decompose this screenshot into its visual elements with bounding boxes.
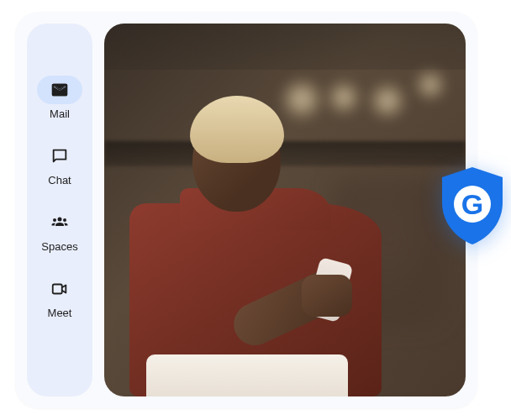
nav-label: Meet <box>48 307 72 319</box>
sidebar-item-chat[interactable]: Chat <box>37 142 82 186</box>
nav-label: Spaces <box>41 240 77 253</box>
nav-label: Mail <box>50 108 70 120</box>
app-card: Mail Chat <box>15 12 477 408</box>
shield-letter: G <box>461 188 483 220</box>
nav-label: Chat <box>48 174 71 186</box>
sidebar-item-spaces[interactable]: Spaces <box>37 208 82 253</box>
nav-icon-wrap <box>37 208 82 237</box>
google-shield-badge: G <box>435 164 509 248</box>
nav-icon-wrap <box>37 142 82 171</box>
sidebar-item-mail[interactable]: Mail <box>37 76 82 120</box>
hero-image <box>104 24 466 396</box>
chat-icon <box>50 146 70 166</box>
svg-rect-3 <box>53 285 62 294</box>
sidebar-nav: Mail Chat <box>27 24 92 396</box>
image-scene <box>104 24 466 396</box>
nav-icon-wrap <box>37 76 82 104</box>
mail-icon <box>50 80 70 100</box>
spaces-icon <box>50 213 70 233</box>
nav-icon-wrap <box>37 275 82 303</box>
svg-point-2 <box>63 218 66 222</box>
meet-icon <box>50 279 70 299</box>
svg-point-1 <box>53 218 56 222</box>
svg-point-0 <box>58 218 62 222</box>
sidebar-item-meet[interactable]: Meet <box>37 275 82 319</box>
